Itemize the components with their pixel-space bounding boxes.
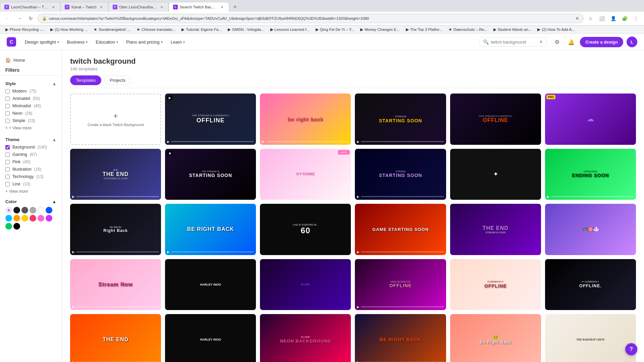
filter-pink-checkbox[interactable] [5, 160, 10, 164]
filter-technology-checkbox[interactable] [5, 175, 10, 179]
filter-technology[interactable]: Technology (13) [0, 173, 62, 180]
template-card-game-starting[interactable]: GAME STARTING SOON ▶ [355, 204, 446, 255]
color-swatch-pink[interactable] [38, 215, 44, 222]
color-swatch-red-pink[interactable] [30, 215, 36, 222]
template-card-be-right-back-pink[interactable]: be right back ▶ [260, 94, 351, 145]
template-card-countdown-60[interactable]: LIVE IS STARTING IN... 60 [260, 204, 351, 255]
reload-button[interactable]: ↻ [26, 14, 36, 23]
create-design-button[interactable]: Create a design [580, 37, 623, 47]
template-card-offline-blue[interactable]: The stream is currently OFFLINE ▶ ▶ [165, 94, 256, 145]
template-card-neon-background[interactable]: ELURE NEON BACKGROUND [260, 314, 351, 362]
template-card-the-end-purple[interactable]: ▶ ▶ THE END STREAMING IS OVER ▶ [70, 149, 161, 200]
filter-gaming[interactable]: Gaming (67) [0, 151, 62, 158]
template-card-right-back-sunset[interactable]: We Will Be Right Back ▶ [70, 204, 161, 255]
color-collapse-icon[interactable]: ▲ [52, 199, 56, 204]
browser-tab-4[interactable]: C Search Twitch Background – C... ✕ [169, 2, 229, 12]
color-swatch-violet[interactable] [46, 215, 52, 222]
bookmark-11[interactable]: ★Datenschutz – Re... [446, 26, 490, 33]
nav-link-learn[interactable]: Learn ▾ [167, 38, 188, 47]
tab-close-3[interactable]: ✕ [159, 4, 164, 10]
color-swatch-gray[interactable] [30, 207, 36, 214]
color-swatch-orange[interactable] [13, 215, 20, 222]
bookmark-10[interactable]: ▶The Top 3 Platfor... [403, 26, 445, 33]
bookmark-1[interactable]: ▶Phone Recycling -... [3, 26, 47, 33]
new-tab-button[interactable]: + [230, 2, 240, 12]
filter-modern[interactable]: Modern (75) [0, 87, 62, 95]
more-button[interactable]: ⋮ [631, 14, 641, 23]
bookmark-8[interactable]: ▶Qing Fei De Yi – Y... [313, 26, 357, 33]
color-swatch-green[interactable] [5, 223, 12, 230]
template-card-offline-pink[interactable]: KEELOUTHECITS OFFLINE ▶ [355, 259, 446, 310]
bookmark-4[interactable]: ★Chinese translatio... [134, 26, 178, 33]
theme-collapse-icon[interactable]: ▲ [52, 137, 56, 142]
bookmark-7[interactable]: ▶Lessons Learned f... [268, 26, 312, 33]
filter-illustration[interactable]: Illustration (16) [0, 166, 62, 173]
browser-tab-1[interactable]: T LeonChaudhari – Twitch ✕ [0, 2, 60, 12]
filter-illustration-checkbox[interactable] [5, 167, 10, 172]
template-card-pink-light[interactable]: IVY FEMME LABEL [260, 149, 351, 200]
create-blank-card[interactable]: + Create a blank Twitch Background [70, 94, 161, 145]
tab-close-1[interactable]: ✕ [51, 4, 56, 10]
template-card-colorful-icons[interactable]: 🎮🎯🕹 [545, 204, 636, 255]
bookmark-12[interactable]: ▶Student Wants an... [491, 26, 534, 33]
back-button[interactable]: ← [3, 14, 13, 23]
color-swatch-black-2[interactable] [13, 223, 20, 230]
template-card-offline-neon[interactable]: THIS STREAM IS CURRENTLY OFFLINE [450, 94, 541, 145]
filter-simple[interactable]: Simple (23) [0, 117, 62, 124]
bookmark-3[interactable]: ★Sonderangebot! ... [91, 26, 133, 33]
template-card-purple-cloud[interactable]: ☁ PRO [545, 94, 636, 145]
profile-button[interactable]: 👤 [608, 14, 618, 23]
color-swatch-white[interactable] [38, 207, 44, 214]
nav-link-plans[interactable]: Plans and pricing ▾ [123, 38, 166, 47]
tab-projects[interactable]: Projects [104, 75, 131, 85]
color-swatch-plus[interactable]: + [5, 207, 12, 214]
bookmark-6[interactable]: ▶GMSN - Vologda... [225, 26, 267, 33]
browser-tab-2[interactable]: T Kanal – Twitch ✕ [60, 2, 108, 12]
filter-line-checkbox[interactable] [5, 182, 10, 186]
browser-tab-3[interactable]: T Über LeonChaudhari – Twitch ✕ [108, 2, 169, 12]
nav-search[interactable]: 🔍 ✕ [479, 37, 546, 47]
template-card-be-right-back-neon[interactable]: BE RIGHT BACK ▶ [165, 204, 256, 255]
nav-link-design-spotlight[interactable]: Design spotlight ▾ [21, 38, 62, 47]
template-card-ending-soon-green[interactable]: STREAMING ENDING SOON ▶ [545, 149, 636, 200]
bookmark-9[interactable]: ▶Money Changes E... [358, 26, 402, 33]
sidebar-home-button[interactable]: 🏠 Home [0, 56, 62, 65]
template-card-harley-inoo-2[interactable]: HARLEY INOO [165, 314, 256, 362]
help-button[interactable]: ? [625, 343, 637, 355]
nav-link-education[interactable]: Education ▾ [92, 38, 121, 47]
color-swatch-light-blue[interactable] [5, 215, 12, 222]
url-clear-button[interactable]: ✕ [575, 16, 579, 21]
template-card-starting-soon-synthwave[interactable]: THE STREAM IS STARTING SOON ◆ [165, 149, 256, 200]
bookmark-2[interactable]: ▶(1) How Working ... [48, 26, 90, 33]
forward-button[interactable]: → [15, 14, 24, 23]
filter-neon[interactable]: Neon (29) [0, 110, 62, 117]
url-bar[interactable]: 🔒 canva.com/search/templates?q=Twitch%20… [38, 14, 584, 23]
tab-close-2[interactable]: ✕ [99, 4, 104, 10]
template-card-offline-peach[interactable]: CURRENTLY OFFLINE [450, 259, 541, 310]
color-swatch-blue[interactable] [46, 207, 52, 214]
search-input[interactable] [491, 40, 537, 45]
filter-neon-checkbox[interactable] [5, 111, 10, 116]
template-card-starting-soon-dark[interactable]: STREAM STARTING SOON ▶ [355, 94, 446, 145]
template-card-grid-purple[interactable]: ELURE [260, 259, 351, 310]
filter-line[interactable]: Line (13) [0, 180, 62, 188]
template-card-be-right-back-retro[interactable]: BE RIGHT BACK ▶ [355, 314, 446, 362]
template-card-currently-offline[interactable]: ✏ CURRENTLY OFFLINE. [545, 259, 636, 310]
search-clear-icon[interactable]: ✕ [539, 40, 543, 44]
bookmark-5[interactable]: ▶Tutorial: Eigene Fa... [179, 26, 224, 33]
style-collapse-icon[interactable]: ▲ [52, 81, 56, 86]
template-card-harley-inoo-dark[interactable]: HARLEY INOO [165, 259, 256, 310]
template-card-dark-stars[interactable]: ✦ [450, 149, 541, 200]
nav-link-business[interactable]: Business ▾ [64, 38, 91, 47]
filter-animated[interactable]: Animated (50) [0, 95, 62, 102]
filter-modern-checkbox[interactable] [5, 89, 10, 94]
filter-animated-checkbox[interactable] [5, 97, 10, 101]
template-card-the-end-stream-over[interactable]: THE END STREAM IS OVER [450, 204, 541, 255]
bookmark-13[interactable]: ▶(2) How To Add A... [535, 26, 577, 33]
tab-templates[interactable]: Templates [70, 75, 101, 85]
template-card-starting-soon-space[interactable]: STREAM STARTING SOON ▶ [355, 149, 446, 200]
template-card-stream-now-pink[interactable]: Stream Now ▶ [70, 259, 161, 310]
color-swatch-yellow[interactable] [21, 215, 28, 222]
notifications-button[interactable]: 🔔 [566, 37, 577, 47]
template-card-be-right-back-cute[interactable]: 🐸 Be Right Back [450, 314, 541, 362]
